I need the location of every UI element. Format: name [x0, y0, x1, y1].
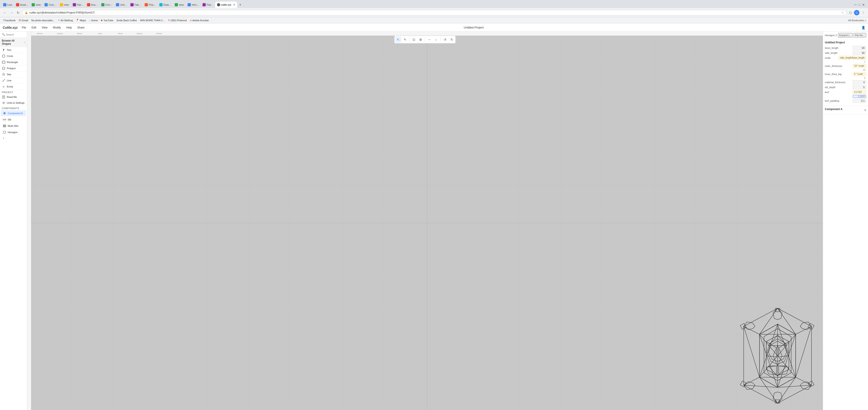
component-item-multislits[interactable]: Multi-Slits [1, 123, 26, 129]
minimize-button[interactable]: ─ [854, 3, 857, 7]
tab-poly[interactable]: Poly... [143, 2, 157, 8]
project-item-units[interactable]: Units & Settings [0, 100, 27, 106]
components-section-header: COMPONENTS [0, 106, 27, 110]
tab-view2[interactable]: view [58, 2, 71, 8]
tab-fab3[interactable]: Fab... [201, 2, 215, 8]
menu-dots-button[interactable]: ⋮ [860, 10, 866, 15]
airbathing-icon: ✈ [58, 19, 60, 22]
pen-tool-button[interactable]: ✎ [402, 37, 408, 42]
tab-view3[interactable]: view [173, 2, 186, 8]
param-value[interactable]: 60 [852, 51, 866, 55]
bookmark-acrobat[interactable]: A Adobe Acrobat [189, 19, 210, 22]
param-value[interactable]: 4 [852, 80, 866, 84]
bookmark-smile[interactable]: Smile Back Coffee [115, 19, 138, 22]
shape-item-text[interactable]: T Text [0, 47, 27, 53]
address-bar[interactable]: 🔒 cuttle.xyz/@dintsialan/Untitled-Projec… [22, 10, 847, 15]
bookmark-label: Smile Back Coffee [116, 19, 137, 22]
tab-cuttle[interactable]: cuttle.xyz ✕ [215, 2, 237, 8]
menu-help[interactable]: Help [65, 25, 73, 30]
menu-modify[interactable]: Modify [52, 25, 62, 30]
bookmark-maps[interactable]: 📍 Maps [74, 18, 87, 22]
svg-line-54 [760, 377, 778, 403]
tab-learn[interactable]: Lear [1, 2, 14, 8]
select-tool-button[interactable]: ↖ [395, 37, 401, 42]
tab-unti[interactable]: Unti... [114, 2, 128, 8]
canvas-area[interactable]: -150mm -100mm -50mm 0mm 50mm 100mm 150mm… [27, 32, 823, 410]
add-component-button[interactable]: + [1, 136, 26, 140]
tab-view1[interactable]: view [30, 2, 42, 8]
component-item-hexagon[interactable]: Hexagon [1, 129, 26, 135]
profile-button[interactable]: U [854, 10, 860, 15]
tab-acad[interactable]: Acad... [14, 2, 30, 8]
user-button[interactable]: 👤 [862, 26, 865, 29]
shape-item-circle[interactable]: Circle [0, 53, 27, 59]
star-icon[interactable]: ☆ [841, 11, 844, 14]
shape-item-line[interactable]: Line [0, 77, 27, 84]
add-param-button[interactable]: + [864, 108, 866, 112]
param-formula[interactable]: 0.173/2 [852, 90, 866, 94]
chevron-right-icon: › [24, 41, 25, 44]
tab-aca2[interactable]: Aca... [85, 2, 99, 8]
bookmark-airbathing[interactable]: ✈ Air Bathing [57, 18, 74, 22]
param-value[interactable]: 5 [852, 85, 866, 89]
tab-fab1[interactable]: Fab... [71, 2, 85, 8]
new-tab-button[interactable]: + [237, 2, 243, 8]
canvas-background[interactable] [31, 36, 823, 410]
redo-button[interactable]: ↻ [449, 37, 455, 42]
grid-button[interactable]: ⊞ [418, 37, 424, 42]
tab-sask[interactable]: Sask... [158, 2, 173, 8]
bookmark-youtube[interactable]: ▶ YouTube [100, 18, 115, 22]
all-bookmarks-button[interactable]: All Bookmarks » [848, 19, 866, 22]
maximize-button[interactable]: □ [859, 3, 860, 6]
param-row-side-length: side_length 60 [825, 51, 866, 55]
tab-intro[interactable]: Intro... [186, 2, 200, 8]
menu-edit[interactable]: Edit [30, 25, 37, 30]
menu-share[interactable]: Share [76, 25, 86, 30]
svg-marker-21 [800, 322, 811, 330]
bookmark-win[interactable]: WIN MORE THAN C... [139, 19, 166, 22]
shape-item-star[interactable]: Star [0, 71, 27, 77]
bookmark-pinterest[interactable]: P (362) Pinterest [167, 19, 188, 22]
tab-close-icon[interactable]: ✕ [233, 3, 235, 6]
reload-button[interactable]: ↻ [16, 10, 21, 15]
component-item-a[interactable]: Component A [1, 110, 26, 116]
flip-h-button[interactable]: ↔ [427, 37, 432, 42]
extensions-button[interactable]: ⬡ [848, 10, 853, 15]
circle-shape-icon [2, 54, 5, 58]
shape-item-polygon[interactable]: Polygon [0, 65, 27, 71]
forward-button[interactable]: → [8, 10, 14, 15]
param-formula[interactable]: 19 * scale [852, 64, 866, 68]
param-label: kerf [825, 91, 852, 94]
bookmark-facebook[interactable]: f Facebook [2, 18, 17, 22]
browse-all-shapes[interactable]: Browse All Shapes › [0, 38, 27, 47]
component-item-slit[interactable]: Slit [1, 117, 26, 123]
bookmark-photo[interactable]: No photo descriptio... [30, 19, 56, 22]
bookmark-gmail[interactable]: M Gmail [18, 18, 30, 22]
bookmark-home[interactable]: ⌂ Home [88, 19, 99, 22]
bookmark-label: Home [91, 19, 98, 22]
svg-point-11 [3, 112, 6, 114]
menu-file[interactable]: File [20, 25, 27, 30]
close-window-button[interactable]: ✕ [862, 3, 865, 6]
param-formula[interactable]: side_length/base_length [839, 56, 866, 60]
expand-button[interactable]: Expand (... [838, 33, 852, 37]
tab-corr[interactable]: Corr... [99, 2, 114, 8]
param-value[interactable]: 0.1 [852, 99, 866, 103]
menu-view[interactable]: View [40, 25, 49, 30]
undo-button[interactable]: ↺ [442, 37, 448, 42]
flip-v-button[interactable]: ↕ [433, 37, 439, 42]
filter-button[interactable]: File Re... [854, 33, 866, 37]
transform-button[interactable]: ⊡ [411, 37, 417, 42]
tab-fab2[interactable]: Fab... [129, 2, 143, 8]
tab-com[interactable]: Com... [43, 2, 58, 8]
search-input[interactable] [6, 33, 25, 36]
shape-item-rectangle[interactable]: Rectangle [0, 59, 27, 65]
param-value[interactable]: 60 [852, 46, 866, 50]
shape-item-emoji[interactable]: ☺ Emoji [0, 84, 27, 90]
project-item-readme[interactable]: Read Me [0, 94, 27, 100]
param-row-outer-thickness: outer_thickness 19 * scale [825, 64, 866, 68]
param-formula[interactable]: 5 * scale [852, 72, 866, 76]
back-button[interactable]: ← [2, 10, 8, 15]
bookmark-label: Maps [80, 19, 86, 22]
plus-icon: + [3, 137, 4, 139]
